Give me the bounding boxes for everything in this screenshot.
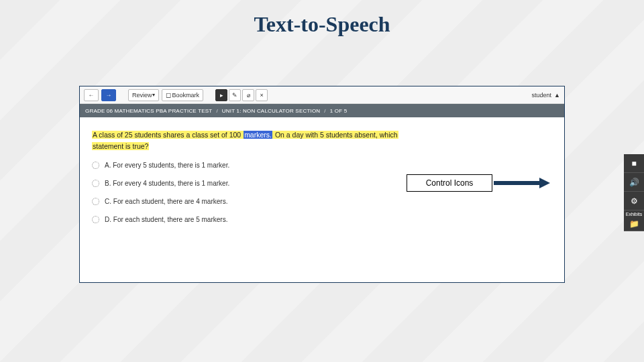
speaker-icon: 🔊 (629, 178, 639, 187)
user-icon: ▲ (554, 92, 560, 99)
radio-icon (92, 198, 99, 205)
radio-icon (92, 162, 99, 169)
option-d-label: D. For each student, there are 5 markers… (105, 216, 227, 223)
radio-icon (92, 216, 99, 223)
gear-icon: ⚙ (631, 196, 638, 206)
stem-selected-word: markers. (244, 131, 272, 139)
breadcrumb: GRADE 06 MATHEMATICS PBA PRACTICE TEST /… (80, 104, 564, 117)
clear-tool-button[interactable]: × (256, 89, 268, 101)
exhibits-button[interactable]: 📁 (624, 217, 644, 231)
breadcrumb-separator: / (324, 108, 325, 114)
tts-stop-button[interactable]: ■ (624, 154, 644, 173)
option-d[interactable]: D. For each student, there are 5 markers… (92, 216, 552, 223)
user-label: student (532, 92, 552, 99)
note-tool-button[interactable]: ✎ (229, 89, 241, 101)
breadcrumb-position: 1 OF 5 (330, 108, 347, 114)
tts-control-column: ■ 🔊 ⚙ Exhibits 📁 (624, 154, 644, 231)
answer-options: A. For every 5 students, there is 1 mark… (92, 162, 552, 223)
stem-highlighted-1: A class of 25 students shares a class se… (92, 131, 244, 139)
radio-icon (92, 180, 99, 187)
bookmark-button[interactable]: ◻ Bookmark (162, 89, 204, 101)
breadcrumb-test: GRADE 06 MATHEMATICS PBA PRACTICE TEST (85, 108, 212, 114)
exhibits-label: Exhibits (624, 210, 644, 217)
app-toolbar: ← → Review ▾ ◻ Bookmark ▸ ✎ ⌀ × student … (80, 86, 564, 104)
callout-arrow (494, 178, 551, 188)
breadcrumb-separator: / (216, 108, 217, 114)
folder-icon: 📁 (629, 219, 639, 229)
back-button[interactable]: ← (84, 89, 99, 101)
option-a-label: A. For every 5 students, there is 1 mark… (105, 162, 229, 169)
stem-highlighted-3: statement is true? (92, 142, 149, 150)
forward-button[interactable]: → (101, 89, 116, 101)
option-c[interactable]: C. For each student, there are 4 markers… (92, 198, 552, 205)
bookmark-label: Bookmark (172, 92, 200, 99)
option-b-label: B. For every 4 students, there is 1 mark… (105, 180, 229, 187)
review-dropdown[interactable]: Review ▾ (128, 89, 159, 101)
slide-title: Text-to-Speech (0, 0, 644, 37)
tts-settings-button[interactable]: ⚙ (624, 192, 644, 210)
review-label: Review (132, 92, 152, 99)
annotation-tool-group: ▸ ✎ ⌀ × (215, 89, 268, 101)
question-area: A class of 25 students shares a class se… (80, 117, 564, 229)
pointer-tool-button[interactable]: ▸ (215, 89, 227, 101)
tts-speak-button[interactable]: 🔊 (624, 173, 644, 192)
chevron-down-icon: ▾ (152, 92, 155, 98)
stop-icon: ■ (631, 159, 636, 168)
user-menu[interactable]: student ▲ (532, 92, 560, 99)
option-c-label: C. For each student, there are 4 markers… (105, 198, 227, 205)
breadcrumb-unit: UNIT 1: NON CALCULATOR SECTION (222, 108, 320, 114)
eraser-tool-button[interactable]: ⌀ (242, 89, 254, 101)
callout-label: Control Icons (407, 174, 492, 192)
bookmark-icon: ◻ (166, 91, 171, 99)
question-stem: A class of 25 students shares a class se… (92, 129, 552, 152)
option-a[interactable]: A. For every 5 students, there is 1 mark… (92, 162, 552, 169)
stem-highlighted-2: On a day with 5 students absent, which (272, 131, 398, 139)
